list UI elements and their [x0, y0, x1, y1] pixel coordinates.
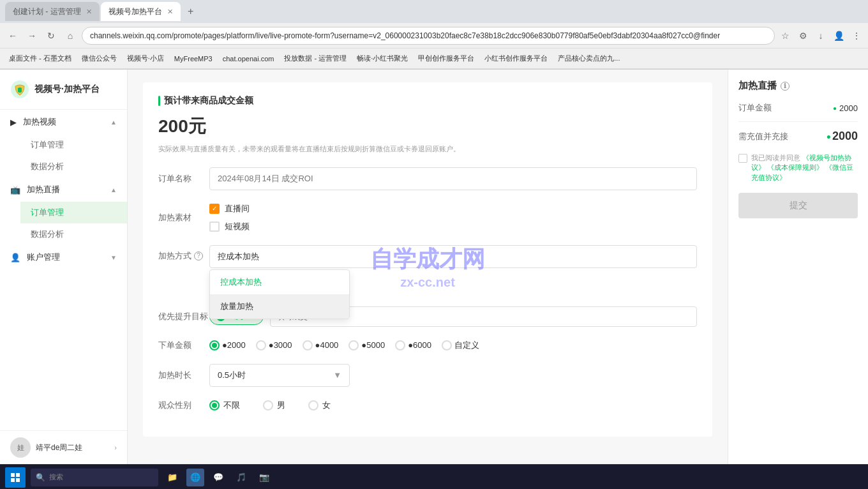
bookmark-5[interactable]: chat.openai.com	[219, 54, 278, 64]
taskbar-search[interactable]: 🔍 搜索	[31, 469, 158, 486]
amount-label-6000: ●6000	[408, 340, 431, 350]
sidebar-item-heat-video[interactable]: ▶ 加热视频 ▲	[0, 110, 127, 134]
sidebar-item-order-mgmt-video[interactable]: 订单管理	[20, 134, 127, 156]
amount-option-4000[interactable]: ●4000	[303, 340, 339, 350]
dropdown-item-volume[interactable]: 放量加热	[210, 294, 349, 319]
account-mgmt-arrow: ▼	[110, 254, 117, 261]
duration-label: 加热时长	[158, 370, 209, 381]
forward-button[interactable]: →	[24, 28, 40, 43]
order-mgmt-live-label: 订单管理	[31, 207, 64, 218]
bookmark-4[interactable]: MyFreeMP3	[170, 54, 216, 64]
method-help-icon[interactable]: ?	[194, 252, 203, 260]
material-short-video-checkbox[interactable]	[209, 222, 220, 232]
gender-all-radio[interactable]	[209, 400, 220, 410]
panel-total-row: 需充值并充接 ● 2000	[738, 130, 858, 143]
tab-1[interactable]: 创建计划 - 运营管理 ✕	[5, 2, 100, 21]
sidebar-item-account-mgmt[interactable]: 👤 账户管理 ▼	[0, 245, 127, 269]
heat-video-sub: 订单管理 数据分析	[0, 134, 127, 177]
amount-radio-3000[interactable]	[256, 340, 266, 350]
user-avatar: 娃	[10, 437, 31, 458]
amount-option-6000[interactable]: ●6000	[395, 340, 431, 350]
gender-male-option[interactable]: 男	[263, 400, 285, 411]
svg-rect-2	[16, 473, 20, 477]
agree-text: 我已阅读并同意 《视频号加热协议》 《成本保障规则》 《微信豆充值协议》	[751, 153, 858, 183]
account-mgmt-icon: 👤	[10, 253, 20, 262]
gender-all-label: 不限	[223, 400, 240, 411]
extensions-icon[interactable]: ⚙	[797, 29, 809, 42]
amount-radio-5000[interactable]	[348, 340, 359, 350]
bookmark-10[interactable]: 产品核心卖点的九...	[554, 52, 624, 64]
bookmark-2[interactable]: 微信公众号	[78, 52, 121, 64]
gender-all-option[interactable]: 不限	[209, 400, 240, 411]
heat-video-label: 加热视频	[23, 116, 56, 128]
menu-icon[interactable]: ⋮	[850, 29, 863, 42]
agree-checkbox[interactable]	[738, 154, 747, 163]
amount-option-5000[interactable]: ●5000	[348, 340, 385, 350]
amount-options: ●2000 ●3000 ●4000	[209, 340, 697, 351]
gender-female-option[interactable]: 女	[308, 400, 331, 411]
taskbar-wechat[interactable]: 💬	[209, 469, 227, 486]
method-row: 加热方式 ? 控成本加热 控成本加热 放量加热	[158, 245, 697, 268]
taskbar-music[interactable]: 🎵	[232, 469, 250, 486]
material-label: 加热素材	[158, 212, 209, 223]
gender-male-label: 男	[277, 400, 285, 411]
gender-label: 观众性别	[158, 400, 209, 411]
amount-radio-custom[interactable]	[442, 340, 452, 350]
sidebar-item-order-mgmt-live[interactable]: 订单管理	[20, 202, 127, 223]
taskbar-file-explorer[interactable]: 📁	[163, 469, 181, 486]
amount-radio-2000[interactable]	[209, 340, 220, 350]
new-tab-button[interactable]: +	[182, 3, 200, 20]
tab-2[interactable]: 视频号加热平台 ✕	[101, 2, 181, 21]
amount-radio-4000[interactable]	[303, 340, 313, 350]
sidebar-item-data-analysis-live[interactable]: 数据分析	[20, 223, 127, 245]
heat-video-icon: ▶	[10, 117, 17, 127]
agree-link-2[interactable]: 《成本保障规则》	[767, 163, 823, 171]
duration-value: 0.5小时	[218, 370, 246, 381]
download-icon[interactable]: ↓	[814, 29, 827, 42]
bookmark-3[interactable]: 视频号·小店	[123, 52, 168, 64]
bookmark-6[interactable]: 投放数据 - 运营管理	[280, 52, 350, 64]
material-short-video-label: 短视频	[225, 221, 250, 232]
svg-rect-4	[16, 478, 20, 482]
bookmark-9[interactable]: 小红书创作服务平台	[481, 52, 551, 64]
form-title: 预计带来商品成交金额	[158, 95, 697, 107]
material-control: 直播间 短视频	[209, 203, 697, 232]
gender-female-radio[interactable]	[308, 400, 318, 410]
taskbar-browser[interactable]: 🌐	[186, 469, 204, 486]
order-name-input[interactable]	[209, 167, 697, 190]
duration-select[interactable]: 0.5小时 ▼	[209, 364, 350, 387]
tab-1-close[interactable]: ✕	[86, 8, 92, 16]
home-button[interactable]: ⌂	[63, 28, 78, 43]
submit-button[interactable]: 提交	[738, 193, 858, 218]
user-row[interactable]: 娃 靖平de周二娃 ›	[0, 430, 127, 464]
tab-2-close[interactable]: ✕	[167, 8, 173, 16]
amount-option-custom[interactable]: 自定义	[442, 340, 479, 351]
profile-icon[interactable]: 👤	[832, 29, 845, 42]
bookmark-7[interactable]: 畅读·小红书聚光	[353, 52, 412, 64]
star-icon[interactable]: ☆	[779, 29, 791, 42]
bookmark-8[interactable]: 甲创创作服务平台	[414, 52, 478, 64]
bookmark-1[interactable]: 桌面文件 - 石墨文档	[5, 52, 75, 64]
taskbar-camera[interactable]: 📷	[255, 469, 273, 486]
order-name-label: 订单名称	[158, 173, 209, 184]
panel-total-value: ● 2000	[827, 130, 858, 143]
url-input[interactable]	[82, 27, 775, 45]
amount-radio-6000[interactable]	[395, 340, 405, 350]
material-live-checkbox[interactable]	[209, 204, 220, 214]
amount-option-2000[interactable]: ●2000	[209, 340, 246, 350]
reload-button[interactable]: ↻	[43, 28, 59, 43]
sidebar-item-heat-live[interactable]: 📺 加热直播 ▲	[0, 177, 127, 202]
method-select[interactable]: 控成本加热	[209, 245, 697, 268]
panel-help-icon[interactable]: ℹ	[781, 82, 789, 91]
order-name-control	[209, 167, 697, 190]
logo-text: 视频号·加热平台	[34, 84, 100, 95]
tab-1-label: 创建计划 - 运营管理	[13, 6, 81, 17]
sidebar-item-data-analysis-video[interactable]: 数据分析	[20, 156, 127, 177]
amount-option-3000[interactable]: ●3000	[256, 340, 292, 350]
dropdown-item-cost-control[interactable]: 控成本加热	[210, 270, 349, 294]
start-button[interactable]	[5, 467, 26, 488]
gender-male-radio[interactable]	[263, 400, 273, 410]
back-button[interactable]: ←	[5, 28, 20, 43]
amount-display: 200元	[158, 114, 697, 139]
amount-label: 下单金额	[158, 340, 209, 351]
